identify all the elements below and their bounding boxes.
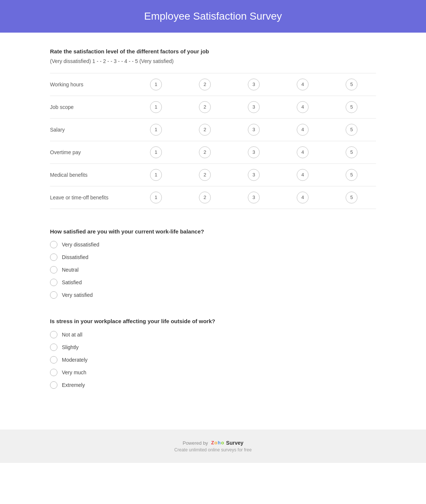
list-item: Not at all — [50, 331, 376, 338]
radio-label: Satisfied — [62, 279, 82, 285]
rating-sublabel: (Very dissatisfied) 1 - - 2 - - 3 - - 4 … — [50, 58, 376, 64]
rating-cell: 4 — [278, 141, 327, 163]
footer: Powered by Zoho Survey Create unlimited … — [0, 430, 426, 463]
section-worklife: How satisfied are you with your current … — [50, 228, 376, 299]
rating-option-5[interactable]: 5 — [346, 101, 357, 113]
row-label: Medical benefits — [50, 163, 132, 186]
rating-option-3[interactable]: 3 — [248, 101, 260, 113]
rating-option-2[interactable]: 2 — [199, 146, 211, 158]
rating-option-1[interactable]: 1 — [150, 146, 162, 158]
rating-option-5[interactable]: 5 — [346, 146, 357, 158]
rating-cell: 3 — [229, 163, 278, 186]
radio-label: Not at all — [62, 332, 82, 338]
rating-option-4[interactable]: 4 — [297, 101, 309, 113]
rating-option-1[interactable]: 1 — [150, 124, 162, 136]
rating-option-1[interactable]: 1 — [150, 79, 162, 90]
rating-cell: 3 — [229, 141, 278, 163]
rating-option-2[interactable]: 2 — [199, 101, 211, 113]
stress-question: Is stress in your workplace affecting yo… — [50, 317, 376, 326]
rating-cell: 5 — [327, 186, 376, 209]
row-label: Job scope — [50, 96, 132, 118]
radio-label: Very satisfied — [62, 292, 93, 298]
rating-option-3[interactable]: 3 — [248, 169, 260, 181]
radio-button[interactable] — [50, 369, 57, 376]
list-item: Dissatisfied — [50, 253, 376, 261]
table-row: Job scope12345 — [50, 96, 376, 118]
rating-option-2[interactable]: 2 — [199, 192, 211, 203]
rating-option-4[interactable]: 4 — [297, 79, 309, 90]
rating-option-4[interactable]: 4 — [297, 146, 309, 158]
rating-option-2[interactable]: 2 — [199, 79, 211, 90]
radio-button[interactable] — [50, 279, 57, 286]
rating-option-3[interactable]: 3 — [248, 124, 260, 136]
rating-cell: 1 — [132, 141, 180, 163]
rating-cell: 2 — [180, 96, 229, 118]
table-row: Salary12345 — [50, 118, 376, 141]
worklife-question: How satisfied are you with your current … — [50, 228, 376, 236]
powered-by-label: Powered by — [183, 440, 208, 445]
rating-cell: 2 — [180, 163, 229, 186]
row-label: Working hours — [50, 73, 132, 96]
radio-label: Very dissatisfied — [62, 242, 99, 248]
rating-option-4[interactable]: 4 — [297, 169, 309, 181]
rating-cell: 1 — [132, 96, 180, 118]
radio-label: Neutral — [62, 267, 79, 273]
rating-cell: 5 — [327, 73, 376, 96]
rating-cell: 5 — [327, 118, 376, 141]
rating-cell: 3 — [229, 73, 278, 96]
radio-button[interactable] — [50, 344, 57, 351]
radio-button[interactable] — [50, 331, 57, 338]
rating-option-2[interactable]: 2 — [199, 124, 211, 136]
radio-button[interactable] — [50, 381, 57, 389]
brand-z: Z — [211, 440, 214, 445]
radio-button[interactable] — [50, 291, 57, 299]
rating-option-3[interactable]: 3 — [248, 79, 260, 90]
table-row: Working hours12345 — [50, 73, 376, 96]
rating-cell: 4 — [278, 163, 327, 186]
rating-cell: 4 — [278, 73, 327, 96]
rating-cell: 3 — [229, 186, 278, 209]
rating-option-4[interactable]: 4 — [297, 124, 309, 136]
rating-cell: 2 — [180, 186, 229, 209]
brand-survey: Survey — [226, 440, 243, 446]
brand-logo: Zoho Survey — [209, 440, 243, 446]
rating-cell: 4 — [278, 96, 327, 118]
brand-h: h — [218, 440, 221, 445]
rating-option-3[interactable]: 3 — [248, 146, 260, 158]
list-item: Very satisfied — [50, 291, 376, 299]
rating-option-2[interactable]: 2 — [199, 169, 211, 181]
footer-sublabel: Create unlimited online surveys for free — [7, 447, 419, 452]
brand-o1: o — [214, 440, 217, 445]
radio-button[interactable] — [50, 266, 57, 273]
rating-option-3[interactable]: 3 — [248, 192, 260, 203]
radio-button[interactable] — [50, 356, 57, 364]
rating-option-1[interactable]: 1 — [150, 192, 162, 203]
section-rating: Rate the satisfaction level of the diffe… — [50, 47, 376, 209]
powered-by-text: Powered by Zoho Survey — [7, 440, 419, 446]
rating-cell: 4 — [278, 186, 327, 209]
rating-cell: 5 — [327, 96, 376, 118]
table-row: Leave or time-off benefits12345 — [50, 186, 376, 209]
rating-cell: 2 — [180, 141, 229, 163]
page-header: Employee Satisfaction Survey — [0, 0, 426, 33]
rating-cell: 3 — [229, 96, 278, 118]
rating-cell: 5 — [327, 141, 376, 163]
rating-cell: 4 — [278, 118, 327, 141]
rating-option-5[interactable]: 5 — [346, 79, 357, 90]
rating-option-1[interactable]: 1 — [150, 101, 162, 113]
list-item: Extremely — [50, 381, 376, 389]
rating-option-5[interactable]: 5 — [346, 169, 357, 181]
rating-option-5[interactable]: 5 — [346, 124, 357, 136]
rating-cell: 1 — [132, 73, 180, 96]
table-row: Overtime pay12345 — [50, 141, 376, 163]
rating-cell: 5 — [327, 163, 376, 186]
radio-label: Slightly — [62, 344, 79, 350]
radio-label: Moderately — [62, 357, 87, 363]
rating-option-5[interactable]: 5 — [346, 192, 357, 203]
rating-cell: 2 — [180, 73, 229, 96]
radio-button[interactable] — [50, 241, 57, 248]
rating-option-1[interactable]: 1 — [150, 169, 162, 181]
radio-button[interactable] — [50, 253, 57, 261]
list-item: Very much — [50, 369, 376, 376]
rating-option-4[interactable]: 4 — [297, 192, 309, 203]
